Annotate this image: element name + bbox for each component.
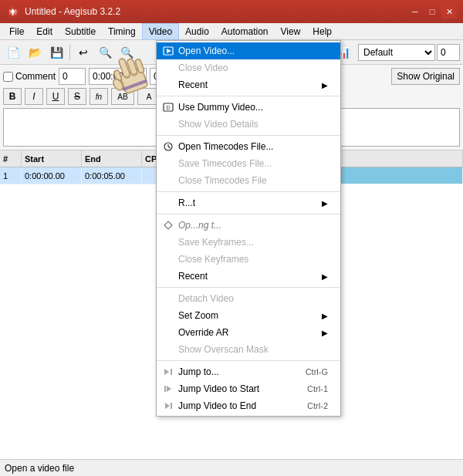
- menu-edit[interactable]: Edit: [30, 23, 59, 40]
- menu-item-close-timecodes-label: Close Timecodes File: [178, 175, 267, 186]
- svg-marker-14: [165, 403, 170, 409]
- svg-marker-10: [164, 369, 169, 375]
- menu-item-save-keyframes-label: Save Keyframes...: [178, 237, 254, 248]
- tb-find-button[interactable]: 🔍: [117, 43, 137, 62]
- override-ar-arrow: ▶: [322, 329, 328, 337]
- menu-item-jump-start-label: Jump Video to Start: [178, 383, 259, 394]
- menu-video[interactable]: Video: [142, 23, 179, 40]
- comment-checkbox[interactable]: [3, 72, 13, 82]
- menu-item-jump-start[interactable]: Jump Video to Start Ctrl-1: [157, 380, 340, 397]
- menu-item-override-ar[interactable]: Override AR ▶: [157, 324, 340, 341]
- menu-item-jump-end-label: Jump Video to End: [178, 400, 256, 411]
- style-dropdown[interactable]: Default: [358, 44, 435, 61]
- menu-automation[interactable]: Automation: [215, 23, 275, 40]
- menu-item-open-timecodes-label: Open Timecodes File...: [178, 141, 273, 152]
- tb-new-button[interactable]: 📄: [3, 43, 23, 62]
- dummy-video-icon: D: [161, 102, 175, 113]
- menu-item-override-ar-label: Override AR: [178, 327, 228, 338]
- menu-item-recent1[interactable]: Recent ▶: [157, 76, 340, 93]
- menu-item-recent3[interactable]: Recent ▶: [157, 268, 340, 285]
- menu-item-open-timecodes[interactable]: Open Timecodes File...: [157, 138, 340, 155]
- jump-start-shortcut: Ctrl-1: [307, 384, 328, 393]
- separator5: [157, 287, 340, 288]
- open-keyframes-icon: [161, 220, 175, 231]
- window-title: Untitled - Aegisub 3.2.2: [25, 6, 120, 17]
- menu-item-overscan-label: Show Overscan Mask: [178, 344, 269, 355]
- separator1: [157, 96, 340, 96]
- tb-save-button[interactable]: 💾: [46, 43, 66, 62]
- status-text: Open a video file: [5, 463, 74, 474]
- menu-item-recent3-label: Recent: [178, 271, 208, 282]
- menu-item-detach-video: Detach Video: [157, 290, 340, 307]
- fn-button[interactable]: fn: [90, 88, 108, 105]
- jump-to-shortcut: Ctrl-G: [306, 367, 328, 376]
- show-original-button[interactable]: Show Original: [391, 68, 460, 85]
- minimize-button[interactable]: ─: [407, 5, 423, 19]
- tb-undo-button[interactable]: ↩: [73, 43, 93, 62]
- menu-item-dummy-video-label: Use Dummy Video...: [178, 102, 263, 113]
- svg-marker-9: [164, 221, 172, 229]
- svg-rect-11: [171, 369, 172, 375]
- menu-item-detach-video-label: Detach Video: [178, 293, 234, 304]
- close-button[interactable]: ✕: [441, 5, 457, 19]
- italic-button[interactable]: I: [25, 88, 43, 105]
- maximize-button[interactable]: □: [424, 5, 440, 19]
- menu-view[interactable]: View: [275, 23, 307, 40]
- menu-item-recent2-label: R...t: [178, 197, 195, 208]
- svg-text:🕷: 🕷: [9, 8, 17, 16]
- tb-search-button[interactable]: 🔍: [95, 43, 115, 62]
- jump-start-icon: [161, 383, 175, 394]
- line-number-input[interactable]: [437, 44, 460, 61]
- menu-item-dummy-video[interactable]: D Use Dummy Video...: [157, 99, 340, 116]
- recent2-arrow: ▶: [322, 199, 328, 208]
- ab-color-button[interactable]: AB: [111, 88, 134, 105]
- menu-item-overscan: Show Overscan Mask: [157, 341, 340, 358]
- jump-end-icon: [161, 400, 175, 411]
- menu-item-jump-end[interactable]: Jump Video to End Ctrl-2: [157, 397, 340, 414]
- menu-item-jump-to-label: Jump to...: [178, 366, 219, 377]
- menu-audio[interactable]: Audio: [179, 23, 215, 40]
- bold-button[interactable]: B: [3, 88, 22, 105]
- title-bar-controls: ─ □ ✕: [407, 5, 457, 19]
- menu-item-video-details-label: Show Video Details: [178, 119, 259, 130]
- separator2: [157, 135, 340, 136]
- menu-item-set-zoom-label: Set Zoom: [178, 310, 218, 321]
- jump-to-icon: [161, 366, 175, 377]
- open-video-icon: [161, 46, 175, 56]
- menu-item-save-keyframes: Save Keyframes...: [157, 234, 340, 251]
- menu-item-set-zoom[interactable]: Set Zoom ▶: [157, 307, 340, 324]
- menu-item-recent2[interactable]: R...t ▶: [157, 194, 340, 211]
- separator6: [157, 360, 340, 361]
- menu-item-close-video-label: Close Video: [178, 62, 228, 73]
- line-num-input[interactable]: [59, 68, 86, 85]
- menu-item-close-keyframes: Close Keyframes: [157, 251, 340, 268]
- menu-item-recent1-label: Recent: [178, 79, 208, 90]
- cell-start: 0:00:00.00: [22, 167, 82, 184]
- menu-item-close-keyframes-label: Close Keyframes: [178, 254, 248, 265]
- jump-end-shortcut: Ctrl-2: [307, 401, 328, 410]
- cell-num: 1: [0, 167, 22, 184]
- start-time-input[interactable]: [89, 68, 147, 85]
- underline-button[interactable]: U: [46, 88, 65, 105]
- open-timecodes-icon: [161, 141, 175, 152]
- menu-item-close-timecodes: Close Timecodes File: [157, 172, 340, 189]
- app-icon: 🕷: [6, 5, 20, 19]
- svg-rect-15: [171, 403, 172, 409]
- tb-open-button[interactable]: 📂: [25, 43, 45, 62]
- tb-sep1: [69, 45, 70, 60]
- menu-subtitle[interactable]: Subtitle: [59, 23, 102, 40]
- cell-end: 0:00:05.00: [82, 167, 142, 184]
- strikethrough-button[interactable]: S: [68, 88, 86, 105]
- separator4: [157, 214, 340, 214]
- menu-item-open-video[interactable]: Open Video...: [157, 42, 340, 59]
- title-bar-left: 🕷 Untitled - Aegisub 3.2.2: [6, 5, 120, 19]
- menu-item-close-video: Close Video: [157, 59, 340, 76]
- menu-item-open-keyframes-label: Op...ng t...: [178, 220, 221, 231]
- menu-item-open-keyframes[interactable]: Op...ng t...: [157, 217, 340, 234]
- menu-timing[interactable]: Timing: [102, 23, 142, 40]
- comment-label: Comment: [15, 71, 56, 82]
- menu-item-jump-to[interactable]: Jump to... Ctrl-G: [157, 363, 340, 380]
- menu-help[interactable]: Help: [306, 23, 338, 40]
- menu-file[interactable]: File: [3, 23, 30, 40]
- menu-item-save-timecodes: Save Timecodes File...: [157, 155, 340, 172]
